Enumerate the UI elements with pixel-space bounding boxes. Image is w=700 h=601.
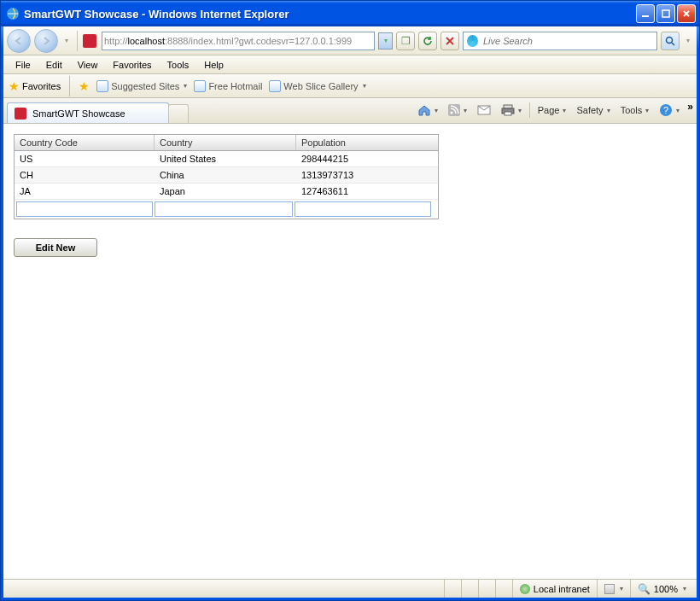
web-slice-gallery-link[interactable]: Web Slice Gallery ▾ <box>269 80 365 92</box>
window-title: SmartGWT Showcase - Windows Internet Exp… <box>24 8 636 20</box>
search-box[interactable] <box>463 32 657 50</box>
cell-code: CH <box>15 167 155 183</box>
page-menu[interactable]: Page▾ <box>535 103 569 117</box>
menu-bar: File Edit View Favorites Tools Help <box>3 55 697 74</box>
edit-country-input[interactable] <box>155 201 293 217</box>
ie-page-icon <box>194 80 206 92</box>
nav-history-dropdown[interactable]: ▾ <box>61 37 72 44</box>
cell-population: 1313973713 <box>296 167 438 183</box>
ie-page-icon <box>96 80 108 92</box>
chevron-down-icon: ▾ <box>645 107 649 114</box>
shield-icon <box>604 584 615 594</box>
svg-point-5 <box>450 112 452 114</box>
favorites-label: Favorites <box>22 81 61 91</box>
cell-country: China <box>155 167 296 183</box>
menu-tools[interactable]: Tools <box>160 58 196 72</box>
favorites-button[interactable]: ★ Favorites <box>9 79 61 93</box>
ie-logo-icon <box>6 7 20 20</box>
search-dropdown[interactable]: ▾ <box>683 37 693 44</box>
security-zone[interactable]: Local intranet <box>512 580 597 598</box>
menu-edit[interactable]: Edit <box>39 58 69 72</box>
page-content: Country Code Country Population US Unite… <box>3 124 697 579</box>
search-input[interactable] <box>481 35 653 47</box>
search-button[interactable] <box>661 32 680 50</box>
svg-rect-1 <box>642 15 649 17</box>
star-add-icon: ★ <box>79 79 90 93</box>
new-tab-button[interactable] <box>168 104 189 123</box>
address-bar[interactable]: http://localhost:8888/index.html?gwt.cod… <box>102 32 375 50</box>
safety-menu[interactable]: Safety▾ <box>574 103 612 117</box>
chevron-down-icon: ▾ <box>676 107 680 114</box>
mail-icon <box>477 105 491 115</box>
grid-row[interactable]: US United States 298444215 <box>15 151 438 167</box>
grid-row[interactable]: CH China 1313973713 <box>15 167 438 184</box>
home-icon <box>417 104 431 116</box>
chevron-down-icon: ▾ <box>620 585 623 592</box>
grid-row[interactable]: JA Japan 127463611 <box>15 184 438 200</box>
svg-text:?: ? <box>663 105 668 115</box>
window-close-button[interactable] <box>677 4 696 23</box>
menu-file[interactable]: File <box>9 58 38 72</box>
cell-population: 298444215 <box>296 151 438 166</box>
grid-header-code[interactable]: Country Code <box>15 135 155 150</box>
free-hotmail-label: Free Hotmail <box>208 81 262 91</box>
ie-page-icon <box>269 80 281 92</box>
chevron-down-icon: ▾ <box>184 82 187 90</box>
compat-view-button[interactable]: ❐ <box>396 32 415 50</box>
chevron-down-icon: ▾ <box>518 107 522 114</box>
printer-icon <box>501 104 515 116</box>
print-button[interactable]: ▾ <box>499 102 524 118</box>
address-dropdown[interactable]: ▾ <box>378 32 393 50</box>
edit-new-button[interactable]: Edit New <box>14 238 97 257</box>
star-icon: ★ <box>9 79 20 93</box>
browser-tab[interactable]: SmartGWT Showcase <box>7 102 169 123</box>
edit-code-input[interactable] <box>16 201 153 217</box>
globe-icon <box>520 584 530 594</box>
stop-button[interactable] <box>440 32 459 50</box>
chevron-down-icon: ▾ <box>607 107 610 114</box>
menu-favorites[interactable]: Favorites <box>106 58 158 72</box>
back-button[interactable] <box>7 29 31 53</box>
suggested-sites-link[interactable]: Suggested Sites ▾ <box>96 80 187 92</box>
grid-header-country[interactable]: Country <box>155 135 296 150</box>
help-menu[interactable]: ? ▾ <box>656 102 682 119</box>
cell-country: Japan <box>155 184 296 199</box>
chevron-down-icon: ▾ <box>363 82 366 90</box>
suggested-sites-label: Suggested Sites <box>111 81 179 91</box>
svg-rect-2 <box>662 10 669 17</box>
zoom-control[interactable]: 🔍 100% ▾ <box>630 580 693 598</box>
menu-help[interactable]: Help <box>197 58 230 72</box>
status-bar: Local intranet ▾ 🔍 100% ▾ <box>3 579 697 598</box>
title-bar: SmartGWT Showcase - Windows Internet Exp… <box>1 1 699 26</box>
tools-menu[interactable]: Tools▾ <box>618 103 652 117</box>
free-hotmail-link[interactable]: Free Hotmail <box>194 80 262 92</box>
tab-title: SmartGWT Showcase <box>32 108 125 119</box>
read-mail-button[interactable] <box>475 103 493 117</box>
separator <box>77 31 78 51</box>
protected-mode[interactable]: ▾ <box>597 580 630 598</box>
web-slice-label: Web Slice Gallery <box>283 81 358 91</box>
menu-view[interactable]: View <box>71 58 105 72</box>
forward-button[interactable] <box>34 29 58 53</box>
grid-header-population[interactable]: Population <box>296 135 438 150</box>
rss-icon <box>448 104 460 116</box>
cell-code: US <box>15 151 155 166</box>
grid-edit-row <box>15 200 438 219</box>
cell-code: JA <box>15 184 155 199</box>
toolbar-overflow[interactable]: » <box>687 101 693 120</box>
refresh-button[interactable] <box>418 32 437 50</box>
tab-command-bar: SmartGWT Showcase ▾ ▾ ▾ <box>3 98 697 124</box>
edit-population-input[interactable] <box>295 201 431 217</box>
chevron-down-icon: ▾ <box>435 107 438 114</box>
navigation-toolbar: ▾ http://localhost:8888/index.html?gwt.c… <box>3 26 697 55</box>
window-minimize-button[interactable] <box>636 4 655 23</box>
home-button[interactable]: ▾ <box>415 102 440 118</box>
address-text: http://localhost:8888/index.html?gwt.cod… <box>104 36 372 46</box>
add-favorite-button[interactable]: ★ <box>79 79 90 93</box>
ie-window: SmartGWT Showcase - Windows Internet Exp… <box>0 0 700 601</box>
feeds-button[interactable]: ▾ <box>446 102 470 118</box>
separator <box>529 102 530 118</box>
window-maximize-button[interactable] <box>656 4 675 23</box>
svg-point-3 <box>667 37 673 43</box>
help-icon: ? <box>659 103 673 117</box>
